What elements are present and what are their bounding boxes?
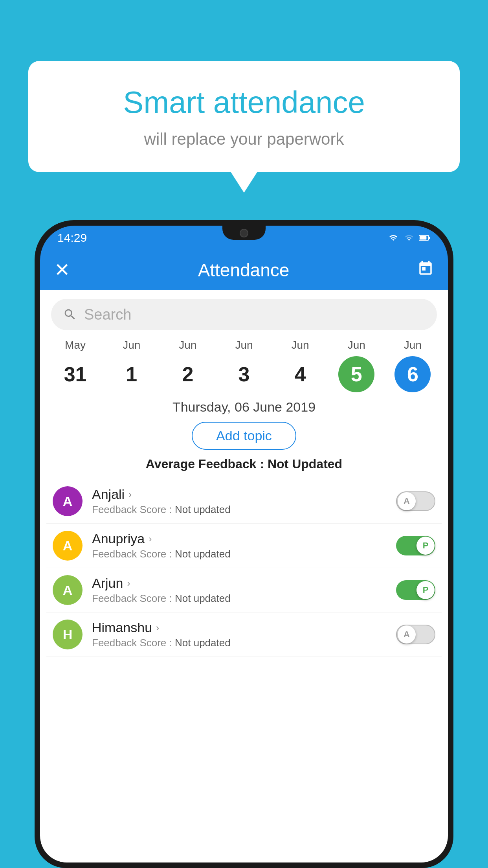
signal-icon	[403, 234, 415, 242]
phone-notch	[222, 226, 266, 240]
date-day[interactable]: 3	[226, 356, 262, 392]
wifi-icon	[387, 234, 399, 242]
calendar-icon	[417, 260, 434, 277]
avatar: A	[53, 486, 83, 516]
date-day[interactable]: 31	[57, 356, 94, 392]
student-feedback: Feedback Score : Not updated	[92, 637, 396, 649]
speech-bubble: Smart attendance will replace your paper…	[28, 61, 460, 172]
toggle-knob: A	[398, 625, 416, 644]
date-picker: May31Jun1Jun2Jun3Jun4Jun5Jun6	[40, 330, 448, 396]
add-topic-button[interactable]: Add topic	[192, 422, 296, 450]
student-feedback: Feedback Score : Not updated	[92, 592, 396, 605]
avatar: A	[53, 575, 83, 605]
toggle-knob: P	[416, 537, 435, 555]
date-month: Jun	[179, 339, 196, 351]
app-bar: ✕ Attendance	[40, 250, 448, 290]
search-bar[interactable]: Search	[51, 299, 437, 330]
phone-screen: 14:29 ✕ Attendance	[40, 226, 448, 862]
battery-icon	[419, 234, 431, 242]
student-feedback: Feedback Score : Not updated	[92, 548, 396, 560]
app-bar-title: Attendance	[198, 259, 290, 281]
date-item[interactable]: Jun3	[216, 339, 272, 392]
selected-date: Thursday, 06 June 2019	[40, 399, 448, 415]
student-info: Arjun ›Feedback Score : Not updated	[92, 576, 396, 605]
status-time: 14:29	[57, 231, 87, 245]
date-item[interactable]: Jun5	[328, 339, 385, 392]
student-list: AAnjali ›Feedback Score : Not updatedAAA…	[40, 479, 448, 657]
student-item[interactable]: HHimanshu ›Feedback Score : Not updatedA	[46, 612, 442, 657]
speech-bubble-container: Smart attendance will replace your paper…	[28, 61, 460, 172]
chevron-icon: ›	[128, 489, 132, 500]
student-info: Himanshu ›Feedback Score : Not updated	[92, 620, 396, 649]
avg-feedback-value: Not Updated	[268, 457, 342, 471]
date-item[interactable]: May31	[47, 339, 103, 392]
svg-rect-2	[420, 236, 427, 240]
student-item[interactable]: AArjun ›Feedback Score : Not updatedP	[46, 568, 442, 612]
student-name: Anupriya ›	[92, 531, 396, 546]
svg-rect-1	[429, 237, 430, 239]
search-icon	[63, 307, 77, 322]
date-day[interactable]: 6	[394, 356, 431, 392]
status-icons	[387, 234, 431, 242]
student-item[interactable]: AAnjali ›Feedback Score : Not updatedA	[46, 479, 442, 524]
toggle-knob: P	[416, 581, 435, 599]
student-name: Anjali ›	[92, 487, 396, 502]
date-item[interactable]: Jun1	[103, 339, 160, 392]
date-day[interactable]: 2	[170, 356, 206, 392]
attendance-toggle[interactable]: A	[396, 491, 435, 511]
avatar: A	[53, 531, 83, 561]
date-item[interactable]: Jun4	[272, 339, 328, 392]
date-month: Jun	[348, 339, 365, 351]
chevron-icon: ›	[156, 622, 159, 633]
speech-bubble-subtitle: will replace your paperwork	[60, 130, 428, 149]
date-item[interactable]: Jun2	[160, 339, 216, 392]
student-info: Anjali ›Feedback Score : Not updated	[92, 487, 396, 516]
date-month: Jun	[404, 339, 422, 351]
student-info: Anupriya ›Feedback Score : Not updated	[92, 531, 396, 560]
student-name: Himanshu ›	[92, 620, 396, 635]
speech-bubble-title: Smart attendance	[60, 85, 428, 120]
student-name: Arjun ›	[92, 576, 396, 591]
screen-content: Search May31Jun1Jun2Jun3Jun4Jun5Jun6 Thu…	[40, 290, 448, 862]
date-day[interactable]: 4	[282, 356, 318, 392]
toggle-knob: A	[398, 492, 416, 510]
attendance-toggle[interactable]: A	[396, 625, 435, 644]
date-month: May	[65, 339, 86, 351]
attendance-toggle[interactable]: P	[396, 536, 435, 555]
chevron-icon: ›	[127, 578, 130, 589]
date-month: Jun	[123, 339, 140, 351]
date-month: Jun	[292, 339, 309, 351]
chevron-icon: ›	[149, 533, 152, 544]
avatar: H	[53, 620, 83, 649]
date-day[interactable]: 1	[114, 356, 150, 392]
date-day[interactable]: 5	[338, 356, 374, 392]
student-feedback: Feedback Score : Not updated	[92, 504, 396, 516]
camera	[240, 229, 248, 237]
student-item[interactable]: AAnupriya ›Feedback Score : Not updatedP	[46, 524, 442, 568]
close-button[interactable]: ✕	[54, 261, 70, 280]
date-item[interactable]: Jun6	[385, 339, 441, 392]
date-month: Jun	[235, 339, 253, 351]
phone-frame: 14:29 ✕ Attendance	[35, 220, 453, 868]
search-placeholder: Search	[84, 306, 131, 323]
avg-feedback: Average Feedback : Not Updated	[40, 457, 448, 471]
avg-feedback-label: Average Feedback :	[146, 457, 264, 471]
calendar-button[interactable]	[417, 260, 434, 280]
attendance-toggle[interactable]: P	[396, 580, 435, 600]
